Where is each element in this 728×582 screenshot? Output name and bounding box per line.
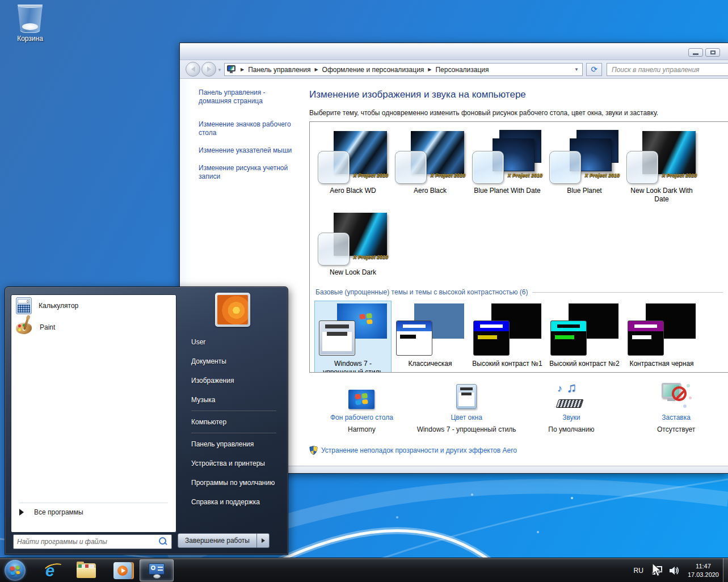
address-dropdown-icon[interactable]: ▼: [574, 67, 582, 72]
theme-badge: X Project 2010: [584, 172, 620, 178]
folder-icon: [77, 563, 96, 578]
page-subtitle: Выберите тему, чтобы одновременно измени…: [309, 109, 728, 117]
maximize-button[interactable]: [705, 48, 720, 57]
window-titlebar[interactable]: [180, 43, 728, 60]
taskbar-internet-explorer[interactable]: e: [39, 560, 61, 581]
back-arrow-icon: [191, 66, 195, 72]
forward-button[interactable]: [201, 62, 216, 77]
theme-window-preview: [550, 320, 587, 356]
theme-settings-row: Фон рабочего стола Harmony Цвет окна Win…: [309, 382, 728, 433]
theme-aero-black-wd[interactable]: X Project 2010 Aero Black WD: [314, 128, 392, 207]
theme-label: New Look Dark: [314, 268, 392, 277]
refresh-button[interactable]: ⟳: [586, 63, 602, 76]
sidebar-link-mouse-pointers[interactable]: Изменение указателей мыши: [199, 146, 296, 155]
start-menu-pictures[interactable]: Изображения: [191, 371, 282, 390]
theme-badge: X Project 2010: [507, 172, 542, 178]
search-icon: [158, 537, 168, 547]
aero-themes-row-2: X Project 2010 New Look Dark: [314, 209, 728, 282]
start-menu-help-support[interactable]: Справка и поддержка: [191, 492, 282, 512]
breadcrumb-appearance[interactable]: Оформление и персонализация: [320, 66, 427, 74]
theme-label: Blue Planet With Date: [469, 187, 546, 195]
aero-troubleshoot-link[interactable]: Устранение неполадок прозрачности и друг…: [321, 446, 517, 454]
setting-label[interactable]: Цвет окна: [414, 414, 519, 421]
shutdown-options-button[interactable]: [257, 533, 270, 548]
control-panel-search-input[interactable]: [607, 63, 728, 76]
taskbar-control-panel-active[interactable]: [140, 559, 174, 581]
theme-badge: X Project 2010: [662, 172, 697, 178]
taskbar: e RU 11: [0, 558, 728, 582]
language-indicator[interactable]: RU: [634, 567, 643, 575]
theme-label: Aero Black WD: [314, 187, 392, 195]
theme-blue-planet-with-date[interactable]: X Project 2010 Blue Planet With Date: [469, 128, 546, 207]
breadcrumb-personalization[interactable]: Персонализация: [433, 66, 491, 74]
address-bar[interactable]: ▶ Панель управления ▶ Оформление и персо…: [224, 63, 583, 76]
breadcrumb-control-panel[interactable]: Панель управления: [246, 66, 313, 74]
start-menu-item-calculator[interactable]: 0 Калькулятор: [11, 295, 176, 317]
theme-window-preview: [318, 151, 350, 184]
start-menu-user[interactable]: User: [191, 332, 282, 352]
all-programs-label: Все программы: [34, 508, 83, 516]
all-programs-button[interactable]: Все программы: [11, 508, 176, 516]
desktop-background-setting[interactable]: Фон рабочего стола Harmony: [309, 382, 414, 433]
divider: [191, 411, 276, 411]
show-desktop-button[interactable]: [723, 558, 728, 582]
setting-value: Harmony: [309, 425, 414, 433]
user-avatar[interactable]: [215, 293, 250, 327]
start-menu-devices-printers[interactable]: Устройства и принтеры: [191, 454, 282, 473]
minimize-button[interactable]: [688, 48, 703, 57]
music-note-icon: ♫: [566, 379, 576, 395]
theme-classic[interactable]: Классическая: [392, 301, 469, 373]
window-color-setting[interactable]: Цвет окна Windows 7 - упрощенный стиль: [414, 382, 519, 433]
internet-explorer-icon: e: [45, 562, 54, 579]
recycle-bin-icon: [18, 5, 43, 33]
theme-label: Windows 7 - упрощенный стиль: [315, 360, 391, 373]
recycle-bin[interactable]: Корзина: [5, 5, 56, 43]
start-search-input[interactable]: [14, 538, 158, 546]
theme-high-contrast-1[interactable]: Высокий контраст №1: [469, 301, 546, 373]
theme-badge: X Project 2010: [353, 254, 388, 260]
maximize-icon: [710, 50, 716, 54]
theme-window-preview: [628, 320, 664, 356]
setting-value: По умолчанию: [519, 425, 624, 433]
start-menu-item-paint[interactable]: Paint: [11, 317, 176, 338]
forward-arrow-icon: [207, 66, 211, 72]
start-menu-computer[interactable]: Компьютер: [191, 412, 282, 432]
avatar-image: [217, 295, 248, 324]
shutdown-button[interactable]: Завершение работы: [178, 533, 257, 548]
theme-window-preview: [549, 151, 581, 184]
theme-label: Высокий контраст №2: [546, 360, 623, 368]
theme-high-contrast-2[interactable]: Высокий контраст №2: [546, 301, 623, 373]
start-search-box[interactable]: [13, 534, 172, 549]
history-dropdown-icon[interactable]: ▼: [217, 68, 222, 73]
setting-label[interactable]: Фон рабочего стола: [309, 414, 414, 421]
screensaver-icon: [660, 382, 692, 409]
start-menu-documents[interactable]: Документы: [191, 352, 282, 371]
theme-blue-planet[interactable]: X Project 2010 Blue Planet: [546, 128, 623, 207]
theme-high-contrast-black[interactable]: Контрастная черная: [623, 301, 700, 373]
start-menu-music[interactable]: Музыка: [191, 390, 282, 410]
sidebar-link-account-picture[interactable]: Изменение рисунка учетной записи: [199, 164, 296, 181]
setting-label[interactable]: Заставка: [624, 414, 728, 421]
theme-new-look-dark[interactable]: X Project 2010 New Look Dark: [314, 209, 392, 280]
setting-label[interactable]: Звуки: [519, 414, 624, 421]
theme-new-look-dark-with-date[interactable]: X Project 2010 New Look Dark With Date: [623, 128, 700, 207]
recycle-bin-label: Корзина: [5, 35, 56, 43]
shield-icon: [309, 446, 318, 455]
sidebar-link-desktop-icons[interactable]: Изменение значков рабочего стола: [199, 120, 296, 137]
back-button[interactable]: [186, 62, 200, 77]
mouse-cursor: [651, 563, 664, 577]
sounds-setting[interactable]: ♪ ♫ Звуки По умолчанию: [519, 382, 624, 433]
start-menu-default-programs[interactable]: Программы по умолчанию: [191, 473, 282, 492]
taskbar-explorer[interactable]: [75, 560, 98, 581]
start-menu-programs-panel: 0 Калькулятор Paint Все программы: [11, 294, 176, 533]
theme-windows7-basic[interactable]: Windows 7 - упрощенный стиль: [314, 301, 392, 373]
volume-icon[interactable]: [668, 566, 680, 576]
start-menu-control-panel[interactable]: Панель управления: [191, 435, 282, 454]
start-button[interactable]: [5, 560, 26, 581]
theme-label: New Look Dark With Date: [623, 187, 700, 204]
screensaver-setting[interactable]: Заставка Отсутствует: [624, 382, 728, 433]
tray-clock[interactable]: 11:47 17.03.2020: [688, 562, 719, 579]
sidebar-link-home[interactable]: Панель управления - домашняя страница: [199, 88, 296, 106]
theme-aero-black[interactable]: X Project 2010 Aero Black: [392, 128, 469, 207]
taskbar-media-player[interactable]: [111, 560, 134, 581]
